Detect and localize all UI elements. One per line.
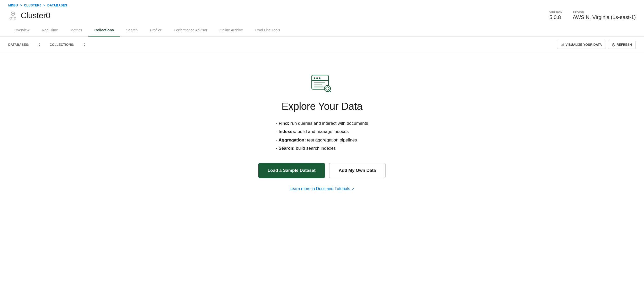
feature-find: Find: run queries and interact with docu…: [276, 119, 368, 128]
feature-indexes-label: Indexes:: [278, 129, 296, 134]
tab-overview[interactable]: Overview: [8, 24, 36, 37]
refresh-icon: [612, 43, 615, 47]
feature-search: Search: build search indexes: [276, 144, 368, 153]
feature-indexes: Indexes: build and manage indexes: [276, 128, 368, 136]
svg-point-12: [316, 77, 318, 79]
collections-label: COLLECTIONS:: [50, 43, 74, 47]
region-label: REGION: [573, 11, 636, 14]
feature-find-text: run queries and interact with documents: [289, 121, 368, 126]
breadcrumb-mdbu[interactable]: MDBU: [8, 4, 18, 7]
header-left: Cluster0: [8, 11, 50, 20]
breadcrumb-databases[interactable]: DATABASES: [47, 4, 67, 7]
load-sample-dataset-button[interactable]: Load a Sample Dataset: [258, 163, 325, 178]
svg-rect-9: [563, 43, 564, 46]
external-link-icon: ↗: [352, 187, 354, 191]
refresh-button[interactable]: REFRESH: [608, 41, 636, 49]
breadcrumb-sep-2: >: [43, 4, 46, 7]
feature-search-label: Search:: [278, 146, 294, 151]
collections-stat: COLLECTIONS: 0: [50, 43, 90, 47]
docs-link-text: Learn more in Docs and Tutorials: [290, 186, 350, 191]
databases-stat: DATABASES: 0: [8, 43, 46, 47]
svg-rect-8: [562, 44, 563, 46]
header-right: VERSION 5.0.8 REGION AWS N. Virginia (us…: [549, 11, 636, 20]
svg-point-1: [12, 13, 14, 14]
main-content: Explore Your Data Find: run queries and …: [0, 53, 644, 207]
explore-data-icon: [310, 74, 334, 94]
breadcrumb-sep-1: >: [20, 4, 23, 7]
feature-search-text: build search indexes: [295, 146, 336, 151]
tab-performance-advisor[interactable]: Performance Advisor: [168, 24, 214, 37]
tab-search[interactable]: Search: [120, 24, 144, 37]
svg-line-6: [13, 18, 15, 18]
tab-collections[interactable]: Collections: [88, 24, 120, 37]
region-value: AWS N. Virginia (us-east-1): [573, 14, 636, 20]
feature-aggregation-text: test aggregation pipelines: [306, 138, 357, 142]
breadcrumb-cluster0[interactable]: CLUSTER0: [24, 4, 41, 7]
version-meta: VERSION 5.0.8: [549, 11, 563, 20]
feature-list: Find: run queries and interact with docu…: [276, 119, 368, 153]
tab-online-archive[interactable]: Online Archive: [214, 24, 249, 37]
version-value: 5.0.8: [549, 14, 563, 20]
feature-aggregation: Aggregation: test aggregation pipelines: [276, 136, 368, 144]
docs-tutorials-link[interactable]: Learn more in Docs and Tutorials ↗: [290, 186, 355, 191]
tab-profiler[interactable]: Profiler: [144, 24, 167, 37]
region-meta: REGION AWS N. Virginia (us-east-1): [573, 11, 636, 20]
version-label: VERSION: [549, 11, 563, 14]
tab-cmd-line-tools[interactable]: Cmd Line Tools: [249, 24, 286, 37]
tab-realtime[interactable]: Real Time: [36, 24, 64, 37]
svg-point-13: [319, 77, 320, 79]
explore-title: Explore Your Data: [282, 101, 362, 112]
cta-buttons: Load a Sample Dataset Add My Own Data: [258, 163, 386, 178]
svg-line-5: [11, 18, 13, 18]
add-my-own-data-button[interactable]: Add My Own Data: [329, 163, 386, 178]
page-header: Cluster0 VERSION 5.0.8 REGION AWS N. Vir…: [0, 9, 644, 24]
cluster-title: Cluster0: [21, 11, 50, 20]
tab-metrics[interactable]: Metrics: [64, 24, 88, 37]
toolbar: DATABASES: 0 COLLECTIONS: 0 VISUALIZE YO…: [0, 37, 644, 53]
cluster-icon: [8, 11, 18, 20]
feature-indexes-text: build and manage indexes: [296, 129, 349, 134]
feature-find-label: Find:: [278, 121, 289, 126]
visualize-data-button[interactable]: VISUALIZE YOUR DATA: [557, 41, 606, 49]
svg-rect-7: [561, 45, 562, 46]
databases-label: DATABASES:: [8, 43, 29, 47]
feature-aggregation-label: Aggregation:: [278, 138, 306, 142]
toolbar-stats: DATABASES: 0 COLLECTIONS: 0: [8, 43, 94, 47]
breadcrumb: MDBU > CLUSTER0 > DATABASES: [0, 0, 644, 9]
nav-bar: Overview Real Time Metrics Collections S…: [0, 24, 644, 37]
bar-chart-icon: [561, 43, 564, 47]
toolbar-actions: VISUALIZE YOUR DATA REFRESH: [557, 41, 636, 49]
svg-point-11: [314, 77, 315, 79]
